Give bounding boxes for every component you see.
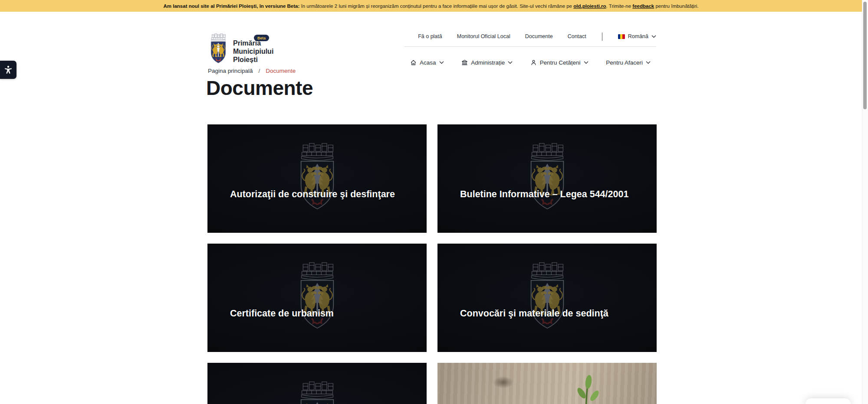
page-title: Documente [206, 76, 313, 100]
scrollbar-track[interactable] [862, 0, 868, 404]
card-vignette [437, 124, 657, 233]
nav-item-citizens[interactable]: Pentru Cetățeni [530, 59, 589, 66]
breadcrumb-current: Documente [266, 68, 296, 74]
nav-item-business[interactable]: Pentru Afaceri [606, 59, 651, 66]
card-certificate[interactable]: Certificate de urbanism [207, 244, 427, 352]
card-title: Convocări şi materiale de sedinţă [460, 308, 608, 319]
announcement-banner: Am lansat noul site al Primăriei Ploieșt… [0, 0, 862, 12]
document-cards-grid: Autorizaţii de construire şi desfinţare … [207, 124, 657, 404]
nav-label: Administrație [471, 59, 505, 66]
card-title: Autorizaţii de construire şi desfinţare [230, 189, 395, 200]
nav-label: Acasa [420, 59, 436, 66]
card-autorizatii[interactable]: Autorizaţii de construire şi desfinţare [207, 124, 427, 233]
nav-label: Pentru Afaceri [606, 59, 643, 66]
logo-line-2: Municipiului [233, 47, 298, 55]
nav-item-administration[interactable]: Administrație [461, 59, 513, 66]
feedback-link[interactable]: feedback [632, 3, 654, 9]
announcement-segment: în următoarele 2 luni migrăm și reorgani… [301, 3, 574, 9]
announcement-segment: . Trimite-ne [606, 3, 633, 9]
chevron-down-icon [646, 61, 651, 64]
header-divider [404, 46, 656, 47]
card-buletine[interactable]: Buletine Informative – Legea 544/2001 [437, 124, 657, 233]
breadcrumb-home-link[interactable]: Pagina principală [208, 68, 253, 74]
breadcrumb: Pagina principală / Documente [208, 68, 296, 74]
announcement-bold-intro: Am lansat noul site al Primăriei Ploieșt… [164, 3, 301, 9]
card-vignette [437, 244, 657, 352]
utility-link-monitor[interactable]: Monitorul Oficial Local [457, 33, 510, 39]
card-crest-partial[interactable] [207, 363, 427, 404]
site-header: Primăria Municipiului Ploiești Beta Fă o… [0, 12, 862, 67]
bank-icon [461, 59, 468, 66]
card-vignette [207, 244, 427, 352]
accessibility-button[interactable] [0, 61, 16, 79]
chevron-down-icon [651, 35, 656, 38]
breadcrumb-separator: / [259, 68, 260, 74]
beta-badge: Beta [254, 35, 269, 41]
accessibility-icon [3, 65, 13, 75]
old-site-link[interactable]: old.ploiesti.ro [573, 3, 606, 9]
site-logo[interactable]: Primăria Municipiului Ploiești Beta [207, 31, 229, 68]
nav-item-home[interactable]: Acasa [410, 59, 444, 66]
person-icon [530, 59, 537, 66]
language-selector[interactable]: Română [618, 33, 656, 39]
scrollbar-thumb[interactable] [863, 2, 867, 109]
utility-link-contact[interactable]: Contact [568, 33, 586, 39]
announcement-text: Am lansat noul site al Primăriei Ploieșt… [164, 3, 699, 9]
language-label: Română [628, 33, 648, 39]
card-vignette [207, 363, 427, 404]
utility-nav: Fă o plată Monitorul Oficial Local Docum… [404, 31, 656, 42]
card-convocari[interactable]: Convocări şi materiale de sedinţă [437, 244, 657, 352]
plant-photo-decoration [562, 371, 614, 404]
main-nav: Acasa Administrație Pentru Cetățeni Pent… [404, 56, 656, 68]
announcement-segment: pentru îmbunătățiri. [654, 3, 698, 9]
card-title: Buletine Informative – Legea 544/2001 [460, 189, 628, 200]
card-title: Certificate de urbanism [230, 308, 334, 319]
utility-link-documents[interactable]: Documente [525, 33, 553, 39]
bottom-right-widget[interactable] [806, 398, 851, 404]
card-vignette [207, 124, 427, 233]
chevron-down-icon [508, 61, 513, 64]
chevron-down-icon [584, 61, 589, 64]
ploiesti-coat-of-arms-icon [207, 31, 229, 68]
romania-flag-icon [618, 34, 625, 39]
card-photo-partial[interactable] [437, 363, 657, 404]
utility-link-pay[interactable]: Fă o plată [418, 33, 442, 39]
home-icon [410, 59, 417, 66]
logo-line-3: Ploiești [233, 55, 298, 64]
chevron-down-icon [439, 61, 444, 64]
nav-label: Pentru Cetățeni [540, 59, 581, 66]
logo-text: Primăria Municipiului Ploiești [233, 39, 298, 64]
nav-divider [602, 33, 602, 41]
